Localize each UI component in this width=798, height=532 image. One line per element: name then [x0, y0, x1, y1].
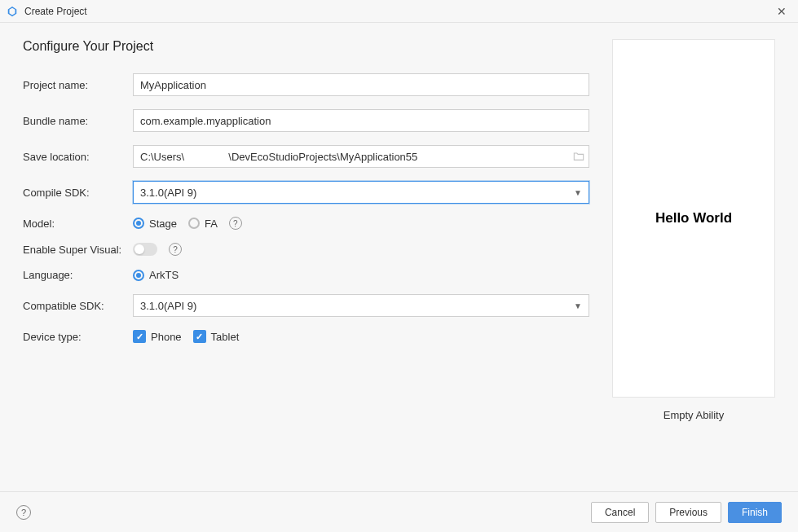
compile-sdk-value: 3.1.0(API 9): [140, 187, 196, 199]
super-visual-label: Enable Super Visual:: [23, 244, 133, 256]
preview-area: Hello World Empty Ability: [612, 39, 775, 421]
model-radio-fa[interactable]: FA: [188, 218, 218, 230]
chevron-down-icon: ▼: [574, 301, 582, 310]
super-visual-toggle[interactable]: [133, 243, 157, 256]
finish-button[interactable]: Finish: [728, 502, 782, 523]
model-radio-stage[interactable]: Stage: [133, 218, 177, 230]
page-title: Configure Your Project: [23, 39, 589, 54]
close-icon[interactable]: ✕: [772, 5, 791, 18]
help-icon[interactable]: ?: [169, 243, 182, 256]
compatible-sdk-label: Compatible SDK:: [23, 300, 133, 312]
project-name-label: Project name:: [23, 79, 133, 91]
device-phone-label: Phone: [151, 331, 182, 343]
help-icon[interactable]: ?: [16, 505, 31, 520]
preview-box: Hello World: [612, 39, 775, 398]
model-label: Model:: [23, 218, 133, 230]
bundle-name-label: Bundle name:: [23, 115, 133, 127]
language-arkts-label: ArkTS: [149, 269, 179, 281]
footer: ? Cancel Previous Finish: [0, 491, 798, 532]
bundle-name-input[interactable]: [133, 109, 589, 132]
title-bar: Create Project ✕: [0, 0, 798, 23]
compatible-sdk-value: 3.1.0(API 9): [140, 300, 196, 312]
device-type-label: Device type:: [23, 331, 133, 343]
language-radio-arkts[interactable]: ArkTS: [133, 269, 179, 281]
compile-sdk-label: Compile SDK:: [23, 187, 133, 199]
compatible-sdk-select[interactable]: 3.1.0(API 9) ▼: [133, 294, 589, 317]
project-name-input[interactable]: [133, 73, 589, 96]
preview-label: Empty Ability: [664, 409, 724, 421]
app-logo-icon: [7, 6, 18, 17]
save-location-label: Save location:: [23, 151, 133, 163]
window-title: Create Project: [24, 6, 772, 17]
model-stage-label: Stage: [149, 218, 177, 230]
compile-sdk-select[interactable]: 3.1.0(API 9) ▼: [133, 181, 589, 204]
folder-icon[interactable]: [573, 151, 584, 162]
previous-button[interactable]: Previous: [655, 502, 721, 523]
model-fa-label: FA: [205, 218, 218, 230]
device-type-tablet-checkbox[interactable]: ✓ Tablet: [193, 330, 240, 343]
language-label: Language:: [23, 269, 133, 281]
chevron-down-icon: ▼: [574, 188, 582, 197]
preview-content: Hello World: [655, 210, 732, 226]
cancel-button[interactable]: Cancel: [591, 502, 649, 523]
device-type-phone-checkbox[interactable]: ✓ Phone: [133, 330, 182, 343]
form-area: Configure Your Project Project name: Bun…: [23, 39, 589, 421]
help-icon[interactable]: ?: [229, 217, 242, 230]
device-tablet-label: Tablet: [211, 331, 240, 343]
save-location-input[interactable]: [133, 145, 589, 168]
